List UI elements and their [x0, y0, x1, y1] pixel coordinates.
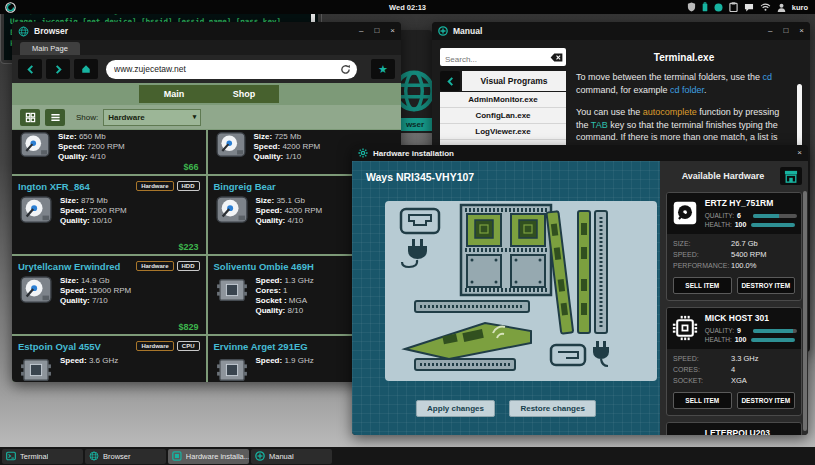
site-tab-main[interactable]: Main	[139, 85, 209, 103]
close-button[interactable]: ×	[799, 27, 804, 35]
minimize-button[interactable]: –	[768, 27, 772, 35]
cpu-icon	[216, 276, 248, 304]
hardware-card[interactable]: MICK HOST 301 QUALITY:9 HEALTH:100 SPEED…	[666, 307, 802, 416]
motherboard-view: Ways NRI345-VHY107	[352, 161, 660, 435]
refresh-icon[interactable]	[340, 64, 351, 75]
sell-item-button[interactable]: SELL ITEM	[673, 277, 732, 294]
article-title: Terminal.exe	[576, 52, 792, 63]
shop-item[interactable]: Ington XFR_864 Hardware HDD Size: 875 Mb…	[12, 176, 206, 254]
hdd-icon	[216, 196, 248, 224]
cpu-icon	[672, 315, 698, 341]
taskbar-item-browser[interactable]: Browser	[85, 449, 166, 464]
minimize-button[interactable]: –	[359, 27, 363, 35]
hdd-icon	[20, 132, 50, 158]
window-icon	[172, 451, 182, 461]
maximize-button[interactable]: □	[374, 27, 379, 35]
taskbar: Terminal Browser Hardware installa... Ma…	[0, 447, 815, 465]
browser-tab[interactable]: Main Page	[20, 42, 80, 55]
item-badge: Hardware	[136, 181, 173, 191]
shop-icon	[784, 170, 798, 183]
restore-changes-button[interactable]: Restore changes	[509, 400, 595, 417]
health-bar	[751, 223, 795, 227]
health-bar	[751, 338, 795, 342]
shop-item[interactable]: Estpoin Oyal 455V Hardware CPU Speed: 3.…	[12, 336, 206, 382]
hardware-titlebar[interactable]: Hardware installation ×	[352, 145, 808, 161]
globe-icon	[89, 451, 99, 461]
item-name: Urytellcanw Erwindred	[18, 261, 133, 272]
browser-titlebar[interactable]: Browser – □ ×	[12, 22, 401, 40]
destroy-item-button[interactable]: DESTROY ITEM	[737, 392, 796, 409]
home-icon	[81, 64, 91, 74]
terminal-icon	[6, 451, 16, 461]
chevron-right-icon	[54, 64, 63, 75]
star-icon: ★	[378, 64, 388, 75]
url-input[interactable]	[112, 63, 340, 75]
item-name: Ervinne Arget 291EG	[214, 341, 355, 352]
home-button[interactable]	[74, 59, 98, 79]
item-name: Estpoin Oyal 455V	[18, 341, 133, 352]
item-price: $223	[178, 242, 198, 252]
grid-icon	[25, 112, 36, 123]
cpu-icon	[20, 356, 52, 382]
item-badge: HDD	[177, 181, 200, 191]
maximize-button[interactable]: □	[783, 27, 788, 35]
quality-bar	[753, 329, 797, 333]
clear-search-icon[interactable]	[550, 53, 563, 62]
nav-back-button[interactable]	[18, 59, 42, 79]
sell-item-button[interactable]: SELL ITEM	[673, 392, 732, 409]
nav-forward-button[interactable]	[46, 59, 70, 79]
list-view-button[interactable]	[45, 109, 65, 126]
manual-list-item[interactable]: ConfigLan.exe	[440, 108, 566, 124]
hardware-name: MICK HOST 301	[705, 313, 797, 323]
ram-icon	[672, 430, 698, 435]
category-dropdown[interactable]: Hardware▾	[103, 109, 201, 126]
item-badge: HDD	[177, 261, 200, 271]
destroy-item-button[interactable]: DESTROY ITEM	[737, 277, 796, 294]
hardware-card[interactable]: ERTZ HY_751RM QUALITY:6 HEALTH:100 SIZE:…	[666, 192, 802, 301]
window-title: Manual	[453, 26, 757, 36]
hdd-icon	[672, 200, 698, 226]
manual-search-input[interactable]	[440, 51, 566, 69]
shop-item-list: Size: 650 Mb Speed: 7200 RPM Quality: 4/…	[12, 129, 401, 382]
taskbar-item-hardware-installation[interactable]: Hardware installa...	[168, 449, 249, 464]
item-price: $66	[183, 162, 198, 172]
site-tab-shop[interactable]: Shop	[209, 85, 279, 103]
grid-view-button[interactable]	[20, 109, 40, 126]
url-bar[interactable]	[106, 60, 357, 79]
available-hardware-panel: Available Hardware ERTZ HY_751RM QUALITY…	[660, 161, 808, 435]
panel-scrollbar[interactable]	[803, 191, 807, 431]
manual-list-item[interactable]: AdminMonitor.exe	[440, 92, 566, 108]
manual-list-item[interactable]: LogViewer.exe	[440, 124, 566, 140]
panel-title: Available Hardware	[666, 171, 780, 181]
manual-section-title: Visual Programs	[462, 71, 566, 91]
hdd-icon	[20, 196, 52, 224]
shop-item[interactable]: Urytellcanw Erwindred Hardware HDD Size:…	[12, 256, 206, 334]
apply-changes-button[interactable]: Apply changes	[416, 400, 495, 417]
shop-button[interactable]	[780, 167, 802, 185]
back-button[interactable]	[440, 71, 460, 91]
webpage: Main Shop Show: Hardware▾ Size: 650 Mb S…	[12, 83, 401, 382]
shop-item[interactable]: Size: 650 Mb Speed: 7200 RPM Quality: 4/…	[12, 130, 206, 174]
hardware-card[interactable]: LETERPOI U203 QUALITY:10	[666, 422, 802, 435]
item-name: Ington XFR_864	[18, 181, 133, 192]
gear-icon	[358, 148, 368, 158]
hdd-icon	[216, 132, 246, 158]
item-name: Soliventu Ombie 469H	[214, 261, 355, 272]
taskbar-item-manual[interactable]: Manual	[251, 449, 332, 464]
taskbar-item-terminal[interactable]: Terminal	[2, 449, 83, 464]
close-button[interactable]: ×	[797, 149, 802, 157]
hdd-icon	[20, 276, 52, 304]
item-price: $829	[178, 322, 198, 332]
bookmark-button[interactable]: ★	[371, 59, 395, 79]
chevron-down-icon: ▾	[193, 113, 197, 121]
hardware-installation-window: Hardware installation × Ways NRI345-VHY1…	[352, 145, 808, 435]
system-top-bar: Wed 02:13 kuro	[0, 0, 815, 14]
cpu-icon	[216, 356, 248, 382]
browser-window: Browser – □ × Main Page ★ Main Shop Show…	[12, 22, 401, 382]
manual-titlebar[interactable]: Manual – □ ×	[432, 22, 810, 40]
close-button[interactable]: ×	[390, 27, 395, 35]
chevron-left-icon	[446, 76, 455, 87]
plus-circle-icon	[255, 451, 265, 461]
motherboard-diagram[interactable]	[385, 201, 657, 381]
hardware-name: ERTZ HY_751RM	[705, 198, 797, 208]
